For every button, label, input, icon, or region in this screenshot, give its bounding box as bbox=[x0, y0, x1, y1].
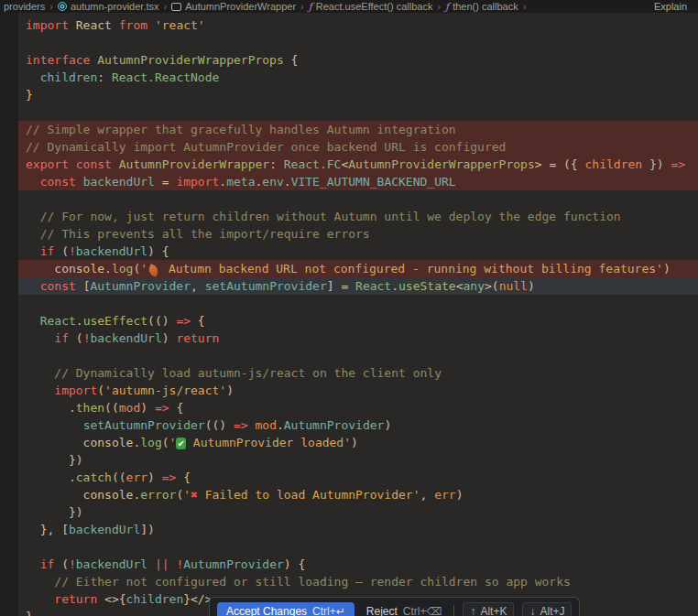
code-token bbox=[26, 418, 83, 432]
code-token: children bbox=[126, 592, 184, 606]
code-line[interactable]: // Simple wrapper that gracefully handle… bbox=[18, 121, 698, 138]
code-token bbox=[26, 575, 54, 589]
code-token: // Dynamically load autumn-js/react on t… bbox=[54, 366, 442, 380]
code-token: ] = bbox=[327, 279, 355, 293]
breadcrumb-items: providers›autumn-provider.tsx›AutumnProv… bbox=[4, 1, 526, 12]
code-line[interactable]: .catch((err) => { bbox=[18, 469, 698, 486]
code-token bbox=[26, 592, 54, 606]
code-token: React bbox=[355, 279, 391, 293]
code-token bbox=[26, 244, 40, 258]
code-line[interactable]: console.log('✔ AutumnProvider loaded') bbox=[18, 434, 698, 451]
code-line[interactable]: React.useEffect(() => { bbox=[18, 312, 698, 330]
code-token: . bbox=[391, 279, 398, 293]
code-token bbox=[26, 279, 40, 293]
code-token: (() bbox=[205, 418, 234, 432]
code-token: const bbox=[40, 175, 83, 189]
code-line[interactable] bbox=[18, 347, 698, 364]
code-token: ) bbox=[384, 418, 391, 432]
code-line[interactable] bbox=[18, 295, 698, 312]
code-token: ) bbox=[663, 262, 671, 276]
symbol-method-icon: ƒ bbox=[309, 2, 312, 12]
code-line[interactable] bbox=[18, 103, 698, 121]
breadcrumb-item[interactable]: ƒReact.useEffect() callback bbox=[309, 1, 433, 12]
up-arrow-icon: ↑ bbox=[470, 605, 475, 616]
breadcrumb-item-label: React.useEffect() callback bbox=[316, 1, 433, 12]
code-token: (( bbox=[104, 401, 119, 415]
code-token: React bbox=[76, 18, 119, 32]
code-token: { bbox=[169, 401, 184, 415]
code-token: { bbox=[291, 53, 299, 67]
code-token: error bbox=[140, 488, 176, 502]
code-token: } bbox=[26, 610, 33, 616]
code-line[interactable]: console.log('🍂 Autumn backend URL not co… bbox=[18, 260, 698, 277]
breadcrumb-item[interactable]: autumn-provider.tsx bbox=[58, 1, 159, 12]
code-token: ( bbox=[162, 436, 169, 449]
code-token: AutumnProvider loaded' bbox=[186, 436, 351, 449]
code-token: }) bbox=[642, 157, 671, 171]
breadcrumb-item[interactable]: providers bbox=[4, 1, 45, 12]
code-line[interactable]: if (!backendUrl) { bbox=[18, 243, 698, 260]
breadcrumb-separator: › bbox=[437, 1, 441, 12]
code-line[interactable]: export const AutumnProviderWrapper: Reac… bbox=[18, 156, 698, 173]
code-line[interactable]: import React from 'react' bbox=[18, 16, 698, 34]
code-editor[interactable]: import React from 'react'interface Autum… bbox=[0, 13, 698, 616]
reject-button[interactable]: Reject Ctrl+⌫ bbox=[363, 602, 446, 616]
code-token: from bbox=[119, 18, 155, 32]
code-line[interactable]: .then((mod) => { bbox=[18, 399, 698, 416]
code-line[interactable] bbox=[18, 538, 698, 556]
code-line[interactable]: }) bbox=[18, 451, 698, 469]
code-line[interactable]: } bbox=[18, 86, 698, 103]
code-token: ( bbox=[76, 331, 83, 345]
code-line[interactable]: import('autumn-js/react') bbox=[18, 382, 698, 399]
code-token: ) { bbox=[147, 244, 169, 258]
leaf-emoji-icon: 🍂 bbox=[147, 264, 160, 277]
down-arrow-icon: ↓ bbox=[529, 605, 535, 616]
code-line[interactable]: // Dynamically import AutumnProvider onc… bbox=[18, 138, 698, 156]
symbol-method-icon: ƒ bbox=[445, 2, 449, 12]
code-line[interactable]: // Dynamically load autumn-js/react on t… bbox=[18, 364, 698, 382]
code-line[interactable]: interface AutumnProviderWrapperProps { bbox=[18, 51, 698, 69]
symbol-variable-icon bbox=[171, 3, 181, 11]
code-line[interactable]: // This prevents all the import/require … bbox=[18, 225, 698, 243]
code-token: => bbox=[671, 157, 685, 171]
code-line[interactable]: // Either not configured or still loadin… bbox=[18, 573, 698, 590]
breadcrumb-item[interactable]: ƒthen() callback bbox=[445, 1, 518, 12]
editor-window: providers›autumn-provider.tsx›AutumnProv… bbox=[0, 0, 698, 616]
breadcrumb-item[interactable]: AutumnProviderWrapper bbox=[171, 1, 296, 12]
code-line[interactable] bbox=[18, 190, 698, 208]
code-token: { bbox=[176, 470, 191, 484]
code-token: ) bbox=[226, 384, 234, 397]
prev-diff-button[interactable]: ↑ Alt+K bbox=[463, 602, 514, 616]
code-token: VITE_AUTUMN_BACKEND_URL bbox=[291, 175, 456, 189]
code-line[interactable]: }) bbox=[18, 503, 698, 521]
code-token: React.ReactNode bbox=[112, 70, 219, 84]
code-line[interactable]: const backendUrl = import.meta.env.VITE_… bbox=[18, 173, 698, 190]
code-token: backendUrl bbox=[90, 331, 161, 345]
code-line[interactable]: const [AutumnProvider, setAutumnProvider… bbox=[18, 277, 698, 295]
code-token: => bbox=[155, 401, 169, 415]
code-line[interactable]: }, [backendUrl]) bbox=[18, 521, 698, 538]
explain-action[interactable]: Explain bbox=[654, 1, 687, 12]
code-line[interactable]: children: React.ReactNode bbox=[18, 69, 698, 86]
code-line[interactable]: setAutumnProvider(() => mod.AutumnProvid… bbox=[18, 416, 698, 434]
next-diff-button[interactable]: ↓ Alt+J bbox=[522, 602, 572, 616]
breadcrumb-separator: › bbox=[49, 1, 53, 12]
code-line[interactable] bbox=[18, 34, 698, 51]
code-token: }) bbox=[26, 453, 83, 467]
accept-changes-button[interactable]: Accept Changes Ctrl+↵ bbox=[217, 602, 354, 616]
code-line[interactable]: if (!backendUrl) return bbox=[18, 330, 698, 347]
code-area[interactable]: import React from 'react'interface Autum… bbox=[18, 13, 698, 616]
code-token: >( bbox=[485, 279, 499, 293]
code-token: // Either not configured or still loadin… bbox=[54, 575, 571, 589]
code-token: backendUrl bbox=[83, 175, 155, 189]
code-line[interactable]: // For now, just return children without… bbox=[18, 208, 698, 225]
code-token bbox=[26, 210, 40, 223]
code-token: ) bbox=[351, 436, 358, 449]
breadcrumb-item-label: then() callback bbox=[453, 1, 518, 12]
react-file-icon bbox=[58, 2, 67, 11]
code-line[interactable]: console.error('✖ Failed to load AutumnPr… bbox=[18, 486, 698, 503]
code-line[interactable]: if (!backendUrl || !AutumnProvider) { bbox=[18, 556, 698, 573]
code-token: catch bbox=[76, 470, 112, 484]
code-token: => bbox=[162, 470, 177, 484]
code-token: backendUrl bbox=[76, 557, 147, 571]
